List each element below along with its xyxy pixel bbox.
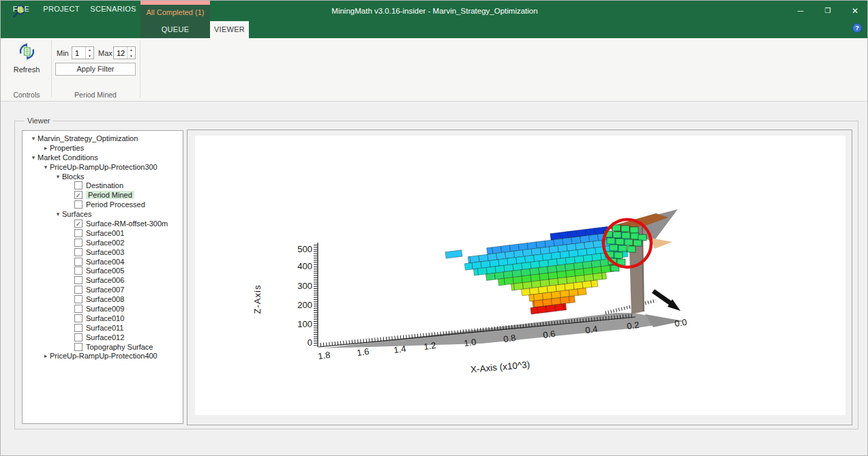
plot-canvas[interactable]: 500 400 300 200 100 0 1.8 1.6 1.4 1.2 1.… bbox=[195, 136, 845, 415]
tree-item-surface001[interactable]: Surface001 bbox=[23, 228, 183, 238]
queue-status-banner[interactable]: All Completed (1) bbox=[140, 6, 210, 18]
max-input[interactable] bbox=[114, 47, 127, 59]
min-spinner-arrows[interactable]: ▲▼ bbox=[85, 47, 93, 59]
tab-scenarios[interactable]: SCENARIOS bbox=[89, 1, 137, 18]
checkbox-surface011[interactable] bbox=[74, 324, 83, 332]
help-icon[interactable]: ? bbox=[852, 23, 862, 33]
expander-right-icon[interactable]: ▸ bbox=[42, 352, 50, 359]
expander-down-icon[interactable]: ▾ bbox=[54, 211, 62, 217]
checkbox-surface-rm-offset-300m[interactable]: ✓ bbox=[74, 219, 83, 228]
tree-item-surface002[interactable]: Surface002 bbox=[23, 238, 183, 247]
tree-item-surface009[interactable]: Surface009 bbox=[23, 304, 183, 314]
viewer-groupbox: Viewer ▾Marvin_Strategy_Optimization▸Pro… bbox=[14, 121, 858, 429]
ribbon: Refresh Min ▲▼ Max ▲▼ Apply Filter Contr… bbox=[1, 38, 868, 102]
tree-item-surface010[interactable]: Surface010 bbox=[23, 314, 183, 323]
x-tick: 1.4 bbox=[393, 344, 406, 355]
tree-item-blocks[interactable]: ▾Blocks bbox=[23, 172, 183, 181]
maximize-button[interactable]: ❐ bbox=[814, 1, 841, 21]
refresh-button[interactable]: Refresh bbox=[6, 41, 47, 80]
z-tick: 400 bbox=[297, 261, 312, 271]
max-spinner-arrows[interactable]: ▲▼ bbox=[127, 47, 135, 59]
checkbox-surface006[interactable] bbox=[74, 276, 83, 284]
x-tick: 0.8 bbox=[503, 333, 516, 344]
checkbox-surface001[interactable] bbox=[74, 229, 83, 237]
tab-viewer[interactable]: VIEWER bbox=[210, 21, 249, 38]
expander-right-icon[interactable]: ▸ bbox=[42, 145, 50, 151]
tree-item-surface012[interactable]: Surface012 bbox=[23, 333, 183, 342]
x-tick: 1.6 bbox=[356, 346, 370, 358]
tree-item-surface011[interactable]: Surface011 bbox=[23, 323, 183, 333]
checkbox-destination[interactable] bbox=[74, 181, 83, 189]
tree-item-market-conditions[interactable]: ▾Market Conditions bbox=[23, 153, 183, 162]
z-tick: 500 bbox=[297, 244, 312, 254]
close-button[interactable]: ✕ bbox=[841, 1, 868, 21]
apply-filter-button[interactable]: Apply Filter bbox=[55, 63, 136, 76]
tree-item-surface003[interactable]: Surface003 bbox=[23, 247, 183, 257]
group-label-controls: Controls bbox=[6, 91, 47, 99]
expander-down-icon[interactable]: ▾ bbox=[29, 154, 38, 161]
checkbox-surface012[interactable] bbox=[74, 333, 83, 341]
checkbox-period-processed[interactable] bbox=[74, 200, 83, 209]
tree-item-surface006[interactable]: Surface006 bbox=[23, 275, 183, 285]
scenario-tree-panel[interactable]: ▾Marvin_Strategy_Optimization▸Properties… bbox=[22, 130, 183, 424]
tree-item-surface-rm-offset-300m[interactable]: ✓Surface-RM-offset-300m bbox=[23, 219, 183, 228]
tree-item-marvin-strategy-optimization[interactable]: ▾Marvin_Strategy_Optimization bbox=[23, 134, 183, 143]
tree-item-surface005[interactable]: Surface005 bbox=[23, 266, 183, 275]
tree-item-surface007[interactable]: Surface007 bbox=[23, 285, 183, 294]
tree-item-label: Surface006 bbox=[86, 276, 124, 284]
checkbox-surface010[interactable] bbox=[74, 314, 83, 322]
max-label: Max bbox=[98, 49, 113, 57]
tree-item-surface008[interactable]: Surface008 bbox=[23, 294, 183, 304]
z-tick: 100 bbox=[297, 319, 312, 329]
viewer-groupbox-label: Viewer bbox=[25, 117, 53, 125]
min-label: Min bbox=[57, 49, 69, 57]
checkbox-period-mined[interactable]: ✓ bbox=[74, 191, 83, 199]
tree-item-label: Surface009 bbox=[86, 305, 124, 313]
min-spinner[interactable]: ▲▼ bbox=[72, 46, 94, 59]
tree-item-period-mined[interactable]: ✓Period Mined bbox=[23, 190, 183, 200]
tree-item-label: Surface010 bbox=[86, 314, 124, 322]
tab-queue[interactable]: QUEUE bbox=[140, 21, 210, 38]
expander-down-icon[interactable]: ▾ bbox=[54, 173, 62, 180]
max-spinner[interactable]: ▲▼ bbox=[113, 46, 136, 59]
checkbox-surface004[interactable] bbox=[74, 258, 83, 266]
checkbox-surface005[interactable] bbox=[74, 267, 83, 275]
tree-item-label: Surface012 bbox=[86, 333, 124, 341]
tree-item-period-processed[interactable]: Period Processed bbox=[23, 200, 183, 209]
tree-item-label: Surface001 bbox=[86, 229, 124, 237]
x-axis-title: X-Axis (x10^3) bbox=[470, 359, 530, 375]
x-tick: 0.6 bbox=[542, 329, 556, 340]
tree-item-label: Surface005 bbox=[86, 267, 124, 275]
tree-item-properties[interactable]: ▸Properties bbox=[23, 143, 183, 153]
tree-item-destination[interactable]: Destination bbox=[23, 181, 183, 190]
tree-item-label: PriceUp-RampUp-Protection400 bbox=[50, 352, 158, 360]
tree-item-label: PriceUp-RampUp-Protection300 bbox=[50, 163, 158, 171]
tab-project[interactable]: PROJECT bbox=[43, 1, 80, 18]
tree-item-surfaces[interactable]: ▾Surfaces bbox=[23, 209, 183, 219]
tree-item-priceup-rampup-protection300[interactable]: ▾PriceUp-RampUp-Protection300 bbox=[23, 162, 183, 172]
tree-item-label: Surface-RM-offset-300m bbox=[86, 219, 168, 228]
tree-item-surface004[interactable]: Surface004 bbox=[23, 257, 183, 267]
ribbon-separator bbox=[140, 40, 140, 97]
group-label-period-mined: Period Mined bbox=[55, 91, 136, 99]
checkbox-surface007[interactable] bbox=[74, 286, 83, 294]
queue-status-strip bbox=[140, 1, 210, 5]
tree-item-label: Marvin_Strategy_Optimization bbox=[38, 134, 138, 142]
minimize-button[interactable]: ─ bbox=[787, 1, 814, 21]
tree-item-label: Destination bbox=[86, 181, 123, 189]
min-input[interactable] bbox=[72, 47, 85, 59]
refresh-label: Refresh bbox=[6, 65, 47, 74]
topo-tan-piece bbox=[650, 238, 672, 249]
checkbox-surface008[interactable] bbox=[74, 295, 83, 303]
tree-item-label: Period Mined bbox=[86, 191, 134, 199]
checkbox-topography-surface[interactable] bbox=[74, 343, 83, 351]
expander-down-icon[interactable]: ▾ bbox=[42, 164, 50, 170]
x-tick: 0.2 bbox=[626, 320, 640, 331]
tree-item-priceup-rampup-protection400[interactable]: ▸PriceUp-RampUp-Protection400 bbox=[23, 351, 183, 361]
expander-down-icon[interactable]: ▾ bbox=[29, 135, 38, 142]
tab-file[interactable]: FILE bbox=[6, 1, 36, 18]
checkbox-surface009[interactable] bbox=[74, 305, 83, 313]
checkbox-surface002[interactable] bbox=[74, 239, 83, 247]
checkbox-surface003[interactable] bbox=[74, 248, 83, 256]
tree-item-topography-surface[interactable]: Topography Surface bbox=[23, 342, 183, 352]
